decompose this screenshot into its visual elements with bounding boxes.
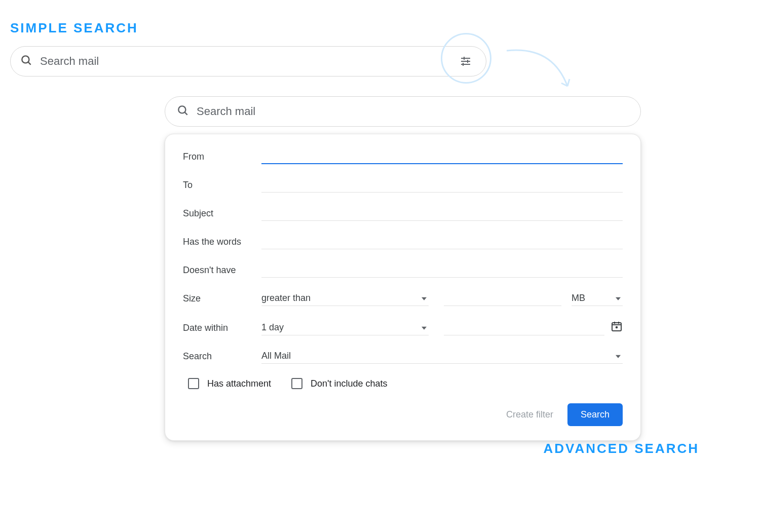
size-unit-value: MB: [572, 293, 585, 303]
svg-rect-2: [461, 58, 470, 59]
size-operator-value: greater than: [261, 293, 311, 303]
svg-rect-3: [464, 57, 465, 60]
tune-icon[interactable]: [455, 51, 476, 71]
size-unit-select[interactable]: MB: [572, 292, 623, 306]
svg-point-0: [22, 56, 29, 63]
label-to: To: [183, 180, 261, 193]
svg-point-8: [178, 106, 185, 113]
doesnt-have-field[interactable]: [261, 263, 623, 278]
date-range-value: 1 day: [261, 322, 284, 332]
search-button[interactable]: Search: [567, 403, 623, 426]
label-subject: Subject: [183, 208, 261, 221]
label-date-within: Date within: [183, 323, 261, 335]
chevron-down-icon: [422, 297, 427, 300]
date-range-select[interactable]: 1 day: [261, 321, 429, 335]
chevron-down-icon: [616, 297, 621, 300]
advanced-search-container: From To Subject Has the words Doesn't ha…: [165, 96, 641, 441]
chevron-down-icon: [422, 326, 427, 329]
label-doesnt-have: Doesn't have: [183, 265, 261, 278]
heading-advanced-search: ADVANCED SEARCH: [544, 441, 699, 457]
label-search-scope: Search: [183, 351, 261, 364]
to-field[interactable]: [261, 178, 623, 193]
size-value-field[interactable]: [444, 292, 561, 306]
date-field[interactable]: [444, 321, 604, 335]
create-filter-button[interactable]: Create filter: [506, 409, 553, 420]
checkbox-icon: [188, 378, 199, 389]
simple-search-bar: [10, 46, 486, 77]
label-from: From: [183, 151, 261, 164]
exclude-chats-label: Don't include chats: [311, 378, 388, 389]
chevron-down-icon: [616, 355, 621, 358]
advanced-search-input[interactable]: [197, 105, 630, 118]
exclude-chats-checkbox[interactable]: Don't include chats: [291, 378, 388, 389]
search-icon: [176, 104, 189, 119]
label-size: Size: [183, 293, 261, 306]
checkbox-icon: [291, 378, 302, 389]
size-operator-select[interactable]: greater than: [261, 292, 429, 306]
svg-rect-4: [461, 61, 470, 62]
advanced-search-bar: [165, 96, 641, 127]
has-words-field[interactable]: [261, 235, 623, 249]
svg-rect-7: [463, 63, 464, 66]
calendar-icon[interactable]: [611, 320, 623, 335]
heading-simple-search: SIMPLE SEARCH: [10, 20, 699, 36]
search-scope-value: All Mail: [261, 351, 291, 361]
svg-point-14: [616, 327, 618, 328]
search-icon: [20, 54, 33, 69]
label-has-words: Has the words: [183, 237, 261, 249]
svg-line-1: [28, 62, 30, 64]
svg-line-9: [184, 112, 187, 115]
svg-rect-6: [461, 64, 470, 65]
subject-field[interactable]: [261, 207, 623, 221]
has-attachment-label: Has attachment: [207, 378, 271, 389]
advanced-search-panel: From To Subject Has the words Doesn't ha…: [165, 134, 641, 441]
arrow-annotation: [502, 41, 583, 101]
from-field[interactable]: [261, 149, 623, 164]
svg-rect-5: [467, 60, 468, 63]
search-scope-select[interactable]: All Mail: [261, 350, 623, 364]
simple-search-input[interactable]: [40, 55, 455, 68]
has-attachment-checkbox[interactable]: Has attachment: [188, 378, 271, 389]
